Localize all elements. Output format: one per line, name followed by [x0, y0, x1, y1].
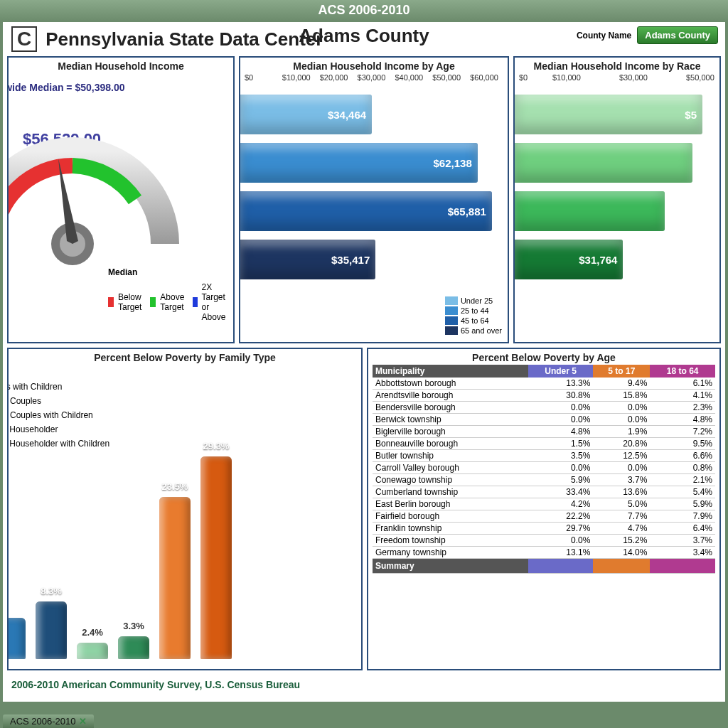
table-header[interactable]: 5 to 17 [593, 365, 650, 378]
hbar: $34,464 [240, 95, 372, 134]
bottom-tab[interactable]: ACS 2006-2010✕ [3, 714, 94, 728]
table-row[interactable]: Bendersville borough0.0%0.0%2.3% [373, 402, 715, 414]
vbar: 8.3% [36, 601, 67, 659]
state-median-label: Statewide Median = $50,398.00 [7, 82, 125, 93]
table-row[interactable]: Cumberland township33.4%13.6%5.4% [373, 486, 715, 498]
hbar-row [515, 143, 719, 187]
family-bar-area: 8.3%2.4%3.3%23.5%29.3% [7, 403, 354, 659]
table-row[interactable]: Fairfield borough22.2%7.7%7.9% [373, 510, 715, 523]
age-legend-item: 45 to 64 [445, 316, 502, 325]
poverty-table: MunicipalityUnder 55 to 1718 to 64 Abbot… [373, 365, 715, 574]
race-bar-title: Median Household Income by Race [515, 58, 719, 73]
hbar-row: $62,138 [240, 143, 508, 187]
hbar: $5 [515, 95, 702, 134]
vbar-label: 8.3% [41, 586, 62, 596]
table-header[interactable]: 18 to 64 [650, 365, 715, 378]
hbar: $31,764 [515, 240, 623, 279]
dashboard-frame: C Pennsylvania State Data Center Adams C… [3, 22, 725, 702]
top-bar: ACS 2006-2010 [0, 0, 728, 22]
table-row[interactable]: Carroll Valley borough0.0%0.0%0.8% [373, 462, 715, 474]
table-row[interactable]: Conewago township5.9%3.7%2.1% [373, 474, 715, 486]
footer-source: 2006-2010 American Community Survey, U.S… [3, 675, 725, 695]
org-title: Pennsylvania State Data Center [46, 28, 323, 50]
table-row[interactable]: Bonneauville borough1.5%20.8%9.5% [373, 438, 715, 450]
vbar-label: 2.4% [82, 627, 103, 638]
hbar-row: $35,417 [240, 240, 508, 284]
gauge-legend-title: Median [108, 267, 233, 277]
hbar-row: $65,881 [240, 191, 508, 235]
hbar: $35,417 [240, 240, 375, 279]
hbar-row: $5 [515, 95, 719, 139]
bottom-tab-label: ACS 2006-2010 [10, 716, 76, 727]
table-row[interactable]: Freedom township0.0%15.2%3.7% [373, 535, 715, 547]
top-title: ACS 2006-2010 [318, 3, 410, 17]
table-row[interactable]: Arendtsville borough30.8%15.8%4.1% [373, 390, 715, 402]
race-axis-ticks: $0$10,000$30,000$50,000 [515, 73, 719, 86]
gauge-legend: Median Below TargetAbove Target2X Target… [108, 265, 233, 326]
county-select-button[interactable]: Adams County [637, 26, 718, 44]
vbar-label: 29.3% [203, 441, 230, 451]
close-icon[interactable]: ✕ [79, 716, 87, 727]
county-selector: County Name Adams County [577, 26, 718, 44]
gauge-icon [7, 109, 186, 265]
table-row[interactable]: Biglerville borough4.8%1.9%7.2% [373, 426, 715, 438]
table-row[interactable]: Abbottstown borough13.3%9.4%6.1% [373, 378, 715, 390]
county-title: Adams County [299, 25, 429, 47]
county-select-label: County Name [577, 31, 631, 41]
age-legend-item: 25 to 44 [445, 306, 502, 315]
vbar [7, 618, 26, 659]
poverty-table-panel: Percent Below Poverty by Age Municipalit… [367, 348, 721, 670]
table-header[interactable]: Municipality [373, 365, 528, 378]
gauge-legend-item: Above Target [150, 292, 188, 312]
age-bar-legend: Under 2525 to 4445 to 6465 and over [445, 295, 502, 336]
table-row[interactable]: Germany township13.1%14.0%3.4% [373, 547, 715, 559]
vbar: 2.4% [77, 643, 108, 659]
table-row[interactable]: Franklin township29.7%4.7%6.4% [373, 523, 715, 535]
age-axis-ticks: $0$10,000$20,000$30,000$40,000$50,000$60… [240, 73, 508, 86]
hbar: $65,881 [240, 191, 492, 231]
family-legend-item: Families with Children [7, 382, 109, 392]
family-bar-title: Percent Below Poverty by Family Type [9, 349, 361, 365]
vbar: 23.5% [159, 497, 191, 659]
logo: C [11, 26, 37, 52]
gauge-panel: Median Household Income Statewide Median… [7, 56, 235, 343]
hbar [515, 143, 692, 183]
bottom-row: Percent Below Poverty by Family Type Fam… [3, 348, 725, 675]
poverty-table-title: Percent Below Poverty by Age [368, 349, 719, 365]
gauge-legend-item: Below Target [108, 292, 146, 312]
top-row: Median Household Income Statewide Median… [3, 56, 725, 348]
vbar-label: 3.3% [123, 621, 144, 631]
vbar: 3.3% [118, 636, 149, 659]
age-bar-panel: Median Household Income by Age $0$10,000… [239, 56, 509, 343]
summary-row: Summary [373, 559, 715, 574]
hbar: $62,138 [240, 143, 478, 183]
table-row[interactable]: Butler township3.5%12.5%6.6% [373, 450, 715, 462]
hbar-row: $34,464 [240, 95, 508, 139]
gauge-title: Median Household Income [9, 58, 233, 73]
hbar [515, 191, 665, 231]
age-legend-item: Under 25 [445, 296, 502, 305]
hbar-row [515, 191, 719, 235]
hbar-row: $31,764 [515, 240, 719, 284]
header: C Pennsylvania State Data Center Adams C… [3, 22, 725, 56]
gauge-legend-item: 2X Target or Above [193, 282, 233, 322]
table-row[interactable]: East Berlin borough4.2%5.0%5.9% [373, 498, 715, 510]
vbar: 29.3% [200, 456, 232, 659]
vbar-label: 23.5% [162, 481, 188, 492]
family-bar-panel: Percent Below Poverty by Family Type Fam… [7, 348, 363, 670]
age-legend-item: 65 and over [445, 326, 502, 335]
table-header[interactable]: Under 5 [528, 365, 594, 378]
table-row[interactable]: Berwick township0.0%0.0%4.8% [373, 414, 715, 426]
age-bar-title: Median Household Income by Age [240, 58, 508, 73]
race-bar-panel: Median Household Income by Race $0$10,00… [513, 56, 721, 343]
